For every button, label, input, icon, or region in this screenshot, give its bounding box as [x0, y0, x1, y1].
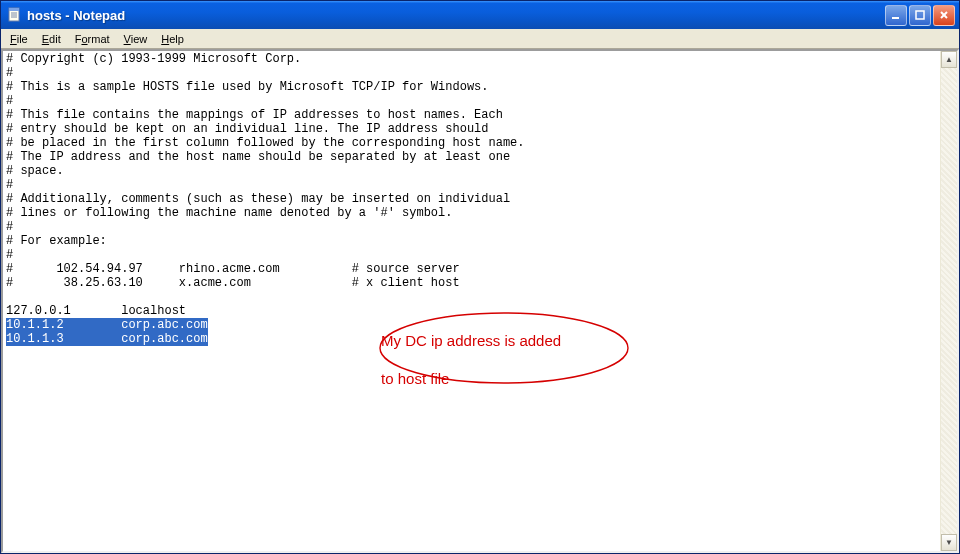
text-line: # This file contains the mappings of IP … [6, 108, 503, 122]
text-line: 127.0.0.1 localhost [6, 304, 186, 318]
menu-format[interactable]: Format [68, 31, 117, 47]
scroll-down-button[interactable]: ▼ [941, 534, 957, 551]
svg-rect-5 [892, 17, 899, 19]
annotation-callout: My DC ip address is added to host file [303, 295, 561, 373]
titlebar[interactable]: hosts - Notepad [1, 1, 959, 29]
text-line-selected: 10.1.1.2 corp.abc.com [6, 318, 208, 332]
text-line: # be placed in the first column followed… [6, 136, 524, 150]
close-button[interactable] [933, 5, 955, 26]
text-line: # 102.54.94.97 rhino.acme.com # source s… [6, 262, 460, 276]
svg-rect-6 [916, 11, 924, 19]
text-line: # This is a sample HOSTS file used by Mi… [6, 80, 488, 94]
menu-file[interactable]: File [3, 31, 35, 47]
text-line: # lines or following the machine name de… [6, 206, 452, 220]
svg-rect-1 [9, 8, 19, 11]
window-controls [885, 5, 955, 26]
text-line: # Additionally, comments (such as these)… [6, 192, 510, 206]
menubar: File Edit Format View Help [1, 29, 959, 49]
menu-help[interactable]: Help [154, 31, 191, 47]
vertical-scrollbar[interactable]: ▲ ▼ [940, 51, 957, 551]
text-line: # [6, 220, 13, 234]
text-line-selected: 10.1.1.3 corp.abc.com [6, 332, 208, 346]
text-line: # [6, 94, 13, 108]
text-line: # Copyright (c) 1993-1999 Microsoft Corp… [6, 52, 301, 66]
text-line: # entry should be kept on an individual … [6, 122, 488, 136]
text-line: # [6, 178, 13, 192]
text-area-wrap: # Copyright (c) 1993-1999 Microsoft Corp… [3, 51, 957, 551]
scroll-track[interactable] [941, 68, 957, 534]
svg-point-9 [380, 313, 628, 383]
text-line: # [6, 66, 13, 80]
text-line: # space. [6, 164, 64, 178]
notepad-window: hosts - Notepad File Edit Format View He… [0, 0, 960, 554]
scroll-up-button[interactable]: ▲ [941, 51, 957, 68]
notepad-icon [7, 7, 23, 23]
minimize-button[interactable] [885, 5, 907, 26]
menu-edit[interactable]: Edit [35, 31, 68, 47]
text-line: # The IP address and the host name shoul… [6, 150, 510, 164]
text-line: # For example: [6, 234, 107, 248]
window-title: hosts - Notepad [27, 8, 885, 23]
client-area: # Copyright (c) 1993-1999 Microsoft Corp… [1, 49, 959, 553]
menu-view[interactable]: View [117, 31, 155, 47]
text-line: # [6, 248, 13, 262]
maximize-button[interactable] [909, 5, 931, 26]
text-area[interactable]: # Copyright (c) 1993-1999 Microsoft Corp… [3, 51, 940, 551]
text-line: # 38.25.63.10 x.acme.com # x client host [6, 276, 460, 290]
annotation-text: My DC ip address is added to host file [331, 312, 561, 407]
